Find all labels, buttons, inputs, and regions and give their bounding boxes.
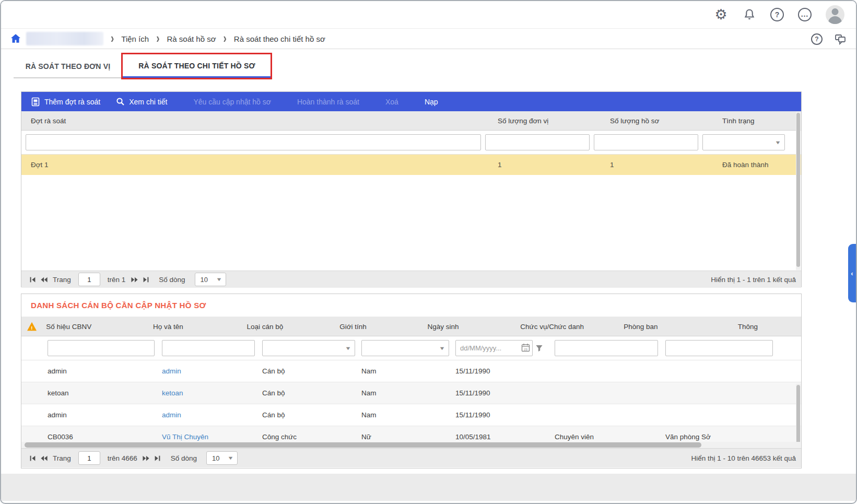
magnifier-icon	[116, 97, 125, 106]
column-header-tinh-trang[interactable]: Tình trạng	[710, 117, 796, 125]
page-number-input[interactable]	[78, 451, 100, 465]
sidebar-collapse-handle[interactable]: ‹	[848, 244, 856, 302]
last-page-button[interactable]	[140, 274, 151, 285]
staff-name-link[interactable]: ketoan	[162, 389, 183, 397]
column-header-ngay-sinh[interactable]: Ngày sinh	[424, 323, 515, 331]
svg-text:23: 23	[524, 348, 527, 351]
delete-button[interactable]: Xoá	[385, 98, 398, 106]
filter-chuc-vu-input[interactable]	[555, 340, 658, 356]
warning-icon: !	[27, 322, 37, 331]
column-header-ho-va-ten[interactable]: Họ và tên	[149, 323, 243, 331]
tab-ra-soat-theo-chi-tiet-ho-so[interactable]: RÀ SOÁT THEO CHI TIẾT HỒ SƠ	[122, 55, 272, 78]
filter-phong-ban-input[interactable]	[665, 340, 773, 356]
breadcrumb-item-ra-soat-ho-so[interactable]: Rà soát hồ sơ	[167, 34, 216, 43]
staff-name-link[interactable]: admin	[162, 411, 181, 419]
filter-gioi-tinh-select[interactable]: ▼	[361, 340, 449, 356]
notifications-bell-icon[interactable]	[742, 8, 756, 22]
page-number-input[interactable]	[78, 273, 100, 286]
cell-code: admin	[43, 367, 158, 375]
rows-per-page-label: Số dòng	[171, 454, 197, 462]
breadcrumb-separator-icon: ›	[156, 31, 159, 46]
breadcrumb-item-tien-ich[interactable]: Tiện ích	[121, 34, 149, 43]
avatar-head-shape	[832, 8, 839, 15]
breadcrumb-bar: › Tiện ích › Rà soát hồ sơ › Rà soát the…	[1, 28, 856, 49]
filter-so-luong-ho-so-input[interactable]	[594, 134, 698, 150]
vscroll-thumb[interactable]	[796, 113, 800, 267]
page-help-icon[interactable]: ?	[811, 33, 823, 45]
staff-list-panel: DANH SÁCH CÁN BỘ CẦN CẬP NHẬT HỒ SƠ ! Số…	[21, 294, 802, 468]
first-page-button[interactable]	[27, 452, 38, 464]
chevron-down-icon: ▼	[216, 277, 222, 282]
staff-name-link[interactable]: admin	[162, 367, 181, 375]
rows-per-page-select[interactable]: 10 ▼	[195, 273, 226, 286]
staff-table-vscrollbar[interactable]	[796, 384, 801, 448]
view-detail-button[interactable]: Xem chi tiết	[116, 97, 167, 106]
staff-row-3[interactable]: CB0036 Vũ Thị Chuyên Công chức Nữ 10/05/…	[21, 426, 801, 442]
user-avatar[interactable]	[826, 5, 844, 24]
prev-page-button[interactable]	[38, 274, 50, 285]
chevron-down-icon: ▼	[439, 346, 445, 351]
next-page-button[interactable]	[140, 452, 152, 464]
page-of-label: trên 4666	[108, 454, 137, 462]
chevron-down-icon: ▼	[227, 455, 233, 461]
staff-section-title: DANH SÁCH CÁN BỘ CẦN CẬP NHẬT HỒ SƠ	[21, 294, 801, 317]
column-header-chuc-vu[interactable]: Chức vụ/Chức danh	[515, 323, 623, 331]
staff-name-link[interactable]: Vũ Thị Chuyên	[162, 433, 208, 441]
cell-code: admin	[43, 411, 158, 419]
page-of-label: trên 1	[108, 276, 126, 284]
staff-row-0[interactable]: admin admin Cán bộ Nam 15/11/1990	[21, 360, 801, 382]
prev-page-button[interactable]	[38, 452, 50, 464]
batch-table-vscrollbar[interactable]	[796, 112, 801, 270]
column-header-so-luong-don-vi[interactable]: Số lượng đơn vị	[485, 117, 597, 125]
next-page-button[interactable]	[128, 274, 140, 285]
reload-button[interactable]: Nạp	[425, 98, 438, 106]
cell-dob: 15/11/1990	[451, 389, 549, 397]
hscroll-thumb[interactable]	[25, 442, 701, 448]
filter-loai-can-bo-select[interactable]: ▼	[262, 340, 355, 356]
add-batch-button[interactable]: Thêm đợt rà soát	[31, 97, 100, 107]
filter-ho-va-ten-input[interactable]	[162, 340, 255, 356]
staff-row-2[interactable]: admin admin Cán bộ Nam 15/11/1990	[21, 404, 801, 426]
help-icon[interactable]: ?	[770, 8, 784, 21]
staff-table-hscrollbar[interactable]	[21, 442, 801, 448]
column-header-gioi-tinh[interactable]: Giới tính	[335, 323, 423, 331]
filter-so-hieu-cbnv-input[interactable]	[48, 340, 155, 356]
staff-row-1[interactable]: ketoan ketoan Cán bộ Nam 15/11/1990	[21, 382, 801, 404]
batch-pager: Trang trên 1 Số dòng 10 ▼ Hiển thị 1 - 1…	[21, 271, 801, 288]
cell-code: CB0036	[43, 433, 158, 441]
feedback-chat-icon[interactable]	[834, 33, 847, 45]
request-update-button[interactable]: Yêu cầu cập nhật hồ sơ	[193, 98, 271, 106]
home-icon[interactable]	[10, 33, 21, 44]
cell-record-count: 1	[597, 161, 710, 169]
column-header-thong-tin[interactable]: Thông	[727, 323, 801, 331]
last-page-button[interactable]	[152, 452, 163, 464]
cell-type: Cán bộ	[258, 389, 357, 397]
cell-type: Cán bộ	[258, 411, 357, 419]
filter-ngay-sinh-date-input[interactable]: dd/MM/yyyy... 23	[455, 340, 533, 356]
breadcrumb-separator-icon: ›	[111, 31, 114, 46]
column-header-so-luong-ho-so[interactable]: Số lượng hồ sơ	[597, 117, 710, 125]
filter-dot-ra-soat-input[interactable]	[26, 134, 481, 150]
vscroll-thumb[interactable]	[796, 385, 800, 448]
column-header-so-hieu-cbnv[interactable]: Số hiệu CBNV	[42, 323, 149, 331]
more-options-icon[interactable]: …	[798, 8, 812, 21]
staff-table-header: ! Số hiệu CBNV Họ và tên Loại cán bộ Giớ…	[21, 317, 801, 336]
settings-gear-icon[interactable]: ⚙	[714, 8, 728, 22]
batch-filter-row: ▼	[21, 131, 801, 155]
breadcrumb-item-current[interactable]: Rà soát theo chi tiết hồ sơ	[234, 34, 325, 43]
column-header-dot-ra-soat[interactable]: Đợt rà soát	[21, 117, 485, 125]
calendar-icon[interactable]: 23	[521, 343, 530, 352]
tab-ra-soat-theo-don-vi[interactable]: RÀ SOÁT THEO ĐƠN VỊ	[14, 55, 122, 78]
date-filter-funnel-icon[interactable]	[535, 344, 543, 352]
cell-dob: 15/11/1990	[451, 367, 549, 375]
column-header-phong-ban[interactable]: Phòng ban	[623, 323, 727, 331]
batch-row-dot-1[interactable]: Đợt 1 1 1 Đã hoàn thành	[21, 155, 801, 175]
cell-gender: Nam	[357, 411, 451, 419]
rows-per-page-select[interactable]: 10 ▼	[206, 451, 238, 465]
first-page-button[interactable]	[27, 274, 38, 285]
complete-review-button[interactable]: Hoàn thành rà soát	[297, 98, 359, 106]
filter-tinh-trang-select[interactable]: ▼	[702, 134, 785, 150]
review-batches-panel: Thêm đợt rà soát Xem chi tiết Yêu cầu cậ…	[21, 91, 802, 287]
filter-so-luong-don-vi-input[interactable]	[485, 134, 590, 150]
column-header-loai-can-bo[interactable]: Loại cán bộ	[242, 323, 335, 331]
